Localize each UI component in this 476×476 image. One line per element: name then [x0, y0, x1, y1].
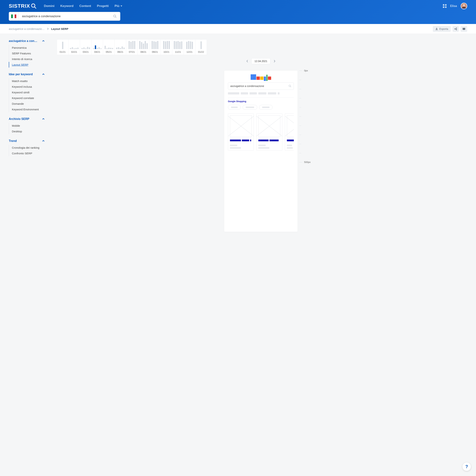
sidebar-item[interactable]: Keyword simili [12, 89, 46, 95]
share-button[interactable] [453, 26, 459, 32]
timeline-chart[interactable]: 01/2102/2103/2104/2105/2106/2107/2108/21… [57, 39, 207, 55]
chevron-up-icon [42, 140, 45, 142]
timeline-month[interactable]: 09/21 [149, 40, 161, 55]
magnify-icon [31, 3, 37, 9]
timeline-label: 04/21 [92, 51, 103, 53]
header: SISTRIX Domini Keyword Content Progetti … [0, 0, 476, 24]
sidebar-item[interactable]: Intento di ricerca [12, 56, 46, 62]
timeline-bar [112, 48, 113, 49]
timeline-month[interactable]: 01/21 [57, 40, 68, 55]
timeline-bar [188, 41, 189, 49]
date-next-button[interactable] [274, 60, 275, 62]
timeline-bar [108, 48, 109, 49]
breadcrumb-bar: asciugatrice a condensazio… Layout SERP … [0, 24, 476, 34]
timeline-label: 05/21 [103, 51, 114, 53]
svg-point-11 [456, 28, 457, 29]
chevron-up-icon [42, 118, 45, 120]
nav-content[interactable]: Content [79, 4, 91, 8]
shopping-card[interactable] [256, 113, 282, 151]
sidebar-items-2: Match esattoKeyword inclusaKeyword simil… [9, 78, 46, 112]
sidebar-item[interactable]: Match esatto [12, 78, 46, 84]
filter-chip[interactable] [259, 105, 272, 110]
export-button[interactable]: Esporta [433, 26, 451, 32]
timeline-month[interactable]: 11/21 [172, 40, 184, 55]
timeline-month[interactable]: 10/21 [161, 40, 172, 55]
sidebar-item[interactable]: Cronologia dei ranking [12, 145, 46, 151]
svg-point-13 [456, 29, 457, 30]
search-button[interactable] [113, 15, 117, 18]
nav-domini[interactable]: Domini [44, 4, 54, 8]
timeline-bar [177, 41, 179, 49]
timeline-bar [155, 42, 156, 49]
nav-keyword[interactable]: Keyword [60, 4, 74, 8]
sidebar-title-trend[interactable]: Trend [9, 139, 45, 143]
timeline-month[interactable]: 05/21 [103, 40, 115, 55]
date-display[interactable]: 12.04.2021 [251, 58, 271, 64]
filter-chip[interactable] [228, 105, 241, 110]
breadcrumb-prev[interactable]: asciugatrice a condensazio… [9, 27, 45, 30]
breadcrumb-current: Layout SERP [51, 27, 68, 30]
timeline-month[interactable]: 01/22 [195, 40, 207, 55]
timeline-month[interactable]: 04/21 [92, 40, 103, 55]
sidebar-item[interactable]: Keyword inclusa [12, 84, 46, 89]
search-input[interactable] [22, 15, 113, 18]
timeline-bar [104, 46, 106, 49]
chevron-right-icon [47, 28, 49, 30]
serp-tab [258, 92, 266, 94]
sidebar-item[interactable]: Panoramica [12, 45, 46, 51]
sidebar-group-archive: Archivio SERP MobileDesktop [9, 117, 46, 134]
pixel-ruler: 0px 500px [299, 71, 310, 163]
timeline-bar [163, 41, 164, 49]
timeline-month[interactable]: 06/21 [115, 40, 126, 55]
sidebar-item[interactable]: Desktop [12, 129, 46, 134]
timeline-month[interactable]: 07/21 [126, 40, 138, 55]
logo[interactable]: SISTRIX [9, 3, 37, 9]
nav-progetti[interactable]: Progetti [97, 4, 109, 8]
country-selector[interactable] [9, 12, 19, 21]
timeline-bar [152, 41, 153, 49]
timeline-bar [143, 44, 144, 49]
serp-query: asciugatrice a condensazione [230, 85, 289, 87]
apps-icon[interactable] [443, 4, 446, 8]
filter-chip[interactable] [243, 105, 257, 110]
avatar[interactable] [461, 3, 467, 9]
serp-tab [278, 92, 280, 94]
svg-point-12 [455, 29, 455, 29]
sidebar-title-archive[interactable]: Archivio SERP [9, 117, 45, 121]
user-name[interactable]: Elisa [450, 4, 457, 8]
docs-button[interactable] [461, 26, 467, 32]
timeline-month[interactable]: 02/21 [68, 40, 80, 55]
timeline-bar [116, 48, 117, 49]
google-logo [224, 74, 298, 80]
chevron-left-icon [246, 60, 248, 62]
timeline-bar [106, 48, 108, 49]
timeline-month[interactable]: 08/21 [138, 40, 149, 55]
shopping-card[interactable] [228, 113, 254, 151]
sidebar-item[interactable]: Keyword correlate [12, 95, 46, 101]
sidebar-items-3: MobileDesktop [9, 123, 46, 134]
date-prev-button[interactable] [246, 60, 248, 62]
sidebar-item[interactable]: Keyword Environment [12, 106, 46, 112]
avatar-icon [461, 3, 467, 9]
filter-chips [228, 105, 294, 110]
timeline-bar [190, 41, 191, 49]
timeline-bar [70, 48, 71, 49]
serp-tab [268, 92, 276, 94]
sidebar-title-ideas[interactable]: Idee per keyword [9, 73, 45, 76]
timeline-month[interactable]: 03/21 [80, 40, 92, 55]
sidebar-item[interactable]: Domande [12, 101, 46, 106]
serp-tabs [228, 92, 294, 94]
placeholder-image-icon [230, 115, 252, 137]
timeline-bar [97, 48, 98, 49]
timeline-bar [139, 41, 140, 49]
sidebar-item[interactable]: Confronto SERP [12, 151, 46, 156]
timeline-bar [95, 45, 96, 49]
timeline-month[interactable]: 12/21 [184, 40, 195, 55]
sidebar-item[interactable]: Layout SERP [9, 62, 46, 68]
sidebar-title-keyword[interactable]: asciugatrice a condens [9, 39, 45, 43]
shopping-card[interactable] [285, 113, 294, 151]
search-icon [289, 85, 291, 87]
nav-more[interactable]: Più [115, 4, 122, 8]
sidebar-item[interactable]: Mobile [12, 123, 46, 129]
sidebar-item[interactable]: SERP Features [12, 51, 46, 56]
